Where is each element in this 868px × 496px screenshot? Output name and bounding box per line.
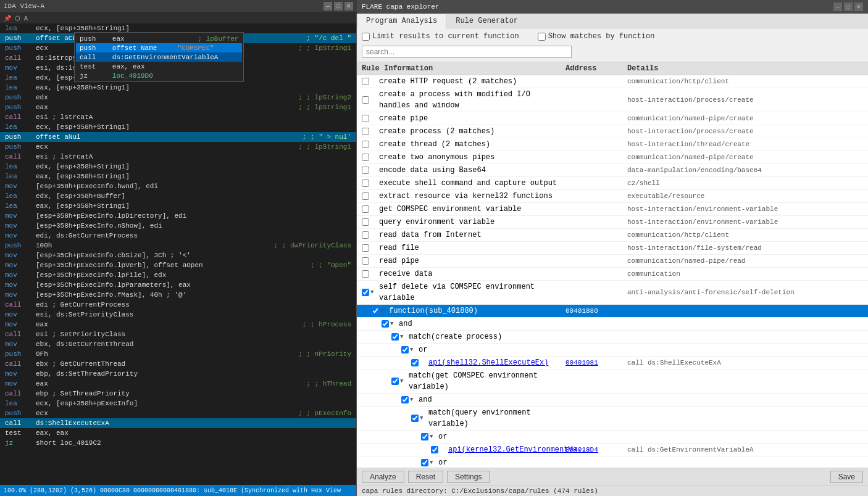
code-line: mov[esp+35Ch+pExecInfo.fMask], 40h ; '@'	[0, 290, 356, 300]
limit-results-checkbox[interactable]	[362, 33, 370, 41]
code-lines: leaecx, [esp+358h+String1]pushoffset aCD…	[0, 23, 356, 448]
rule-addr-col[interactable]: 004018D4	[565, 444, 627, 455]
rule-name-text: or	[438, 457, 447, 468]
code-line: movebx, ds:GetCurrentThread	[0, 339, 356, 349]
rule-name-text: and	[419, 394, 432, 405]
rule-name-text[interactable]: function(sub_401880)	[389, 305, 478, 316]
expand-arrow[interactable]: ▼	[400, 376, 407, 387]
expand-arrow[interactable]: ▼	[410, 344, 417, 355]
rule-name-col: create two anonymous pipes	[362, 152, 565, 163]
rule-addr-col[interactable]: 00401981	[565, 357, 627, 368]
capa-maximize-btn[interactable]: □	[844, 2, 853, 11]
rule-row: read data from Internetcommunication/htt…	[357, 229, 868, 242]
rule-checkbox[interactable]	[362, 192, 369, 200]
rule-checkbox[interactable]	[362, 154, 369, 161]
rule-detail-col: communication	[627, 268, 863, 279]
search-input[interactable]	[362, 46, 572, 58]
analyze-button[interactable]: Analyze	[362, 471, 404, 483]
rule-checkbox[interactable]	[362, 128, 369, 135]
rule-checkbox[interactable]	[411, 359, 419, 366]
code-line: mov[esp+35Ch+pExecInfo.cbSize], 3Ch ; '<…	[0, 250, 356, 260]
code-line: leaeax, [esp+358h+String1]	[0, 172, 356, 181]
rule-checkbox[interactable]	[362, 231, 369, 239]
rule-name-text: extract resource via kernel32 functions	[379, 191, 553, 202]
rule-checkbox[interactable]	[421, 433, 428, 440]
rule-checkbox[interactable]	[362, 180, 369, 187]
expand-arrow[interactable]: ▼	[420, 413, 427, 424]
tab-rule-generator[interactable]: Rule Generator	[446, 14, 527, 28]
rule-name-text: query environment variable	[379, 217, 495, 228]
rule-addr-col[interactable]: 00401880	[565, 305, 627, 316]
capa-close-btn[interactable]: ✕	[854, 2, 863, 11]
rule-checkbox[interactable]	[362, 115, 369, 122]
rule-checkbox[interactable]	[362, 167, 369, 174]
expand-arrow[interactable]: ▼	[390, 318, 398, 329]
rule-checkbox[interactable]	[362, 244, 369, 252]
code-line: leaedx, [esp+358h+String1]	[0, 162, 356, 172]
ida-close-btn[interactable]: ✕	[344, 2, 353, 10]
rule-name-text: match(query environment variable)	[428, 407, 565, 429]
rule-name-col: create process (2 matches)	[362, 126, 565, 137]
reset-button[interactable]: Reset	[408, 471, 443, 483]
rule-checkbox[interactable]	[431, 446, 438, 453]
rule-checkbox[interactable]	[362, 289, 369, 296]
save-button[interactable]: Save	[830, 471, 863, 483]
popup-box: push eax ; lpBuffer push offset Name "CO…	[74, 32, 244, 82]
rule-checkbox[interactable]	[362, 257, 369, 265]
rule-checkbox[interactable]	[362, 96, 369, 104]
rule-detail-col: data-manipulation/encoding/base64	[627, 165, 863, 176]
code-line: pushecx ; ; lpString1	[0, 142, 356, 152]
code-line: leaedx, [esp+358h+Buffer]	[0, 191, 356, 201]
rule-checkbox[interactable]	[362, 270, 369, 278]
rule-name-col: ▼and	[362, 394, 565, 405]
code-line: mov[esp+358h+pExecInfo.nShow], edi	[0, 221, 356, 231]
rule-name-text[interactable]: api(shell32.ShellExecuteEx)	[428, 357, 548, 368]
rule-name-text: receive data	[379, 268, 432, 279]
rule-detail-col: c2/shell	[627, 178, 863, 189]
settings-button[interactable]: Settings	[447, 471, 490, 483]
rule-row: create thread (2 matches)host-interactio…	[357, 138, 868, 151]
capa-toolbar: Limit results to current function Show m…	[357, 28, 868, 44]
ida-panel: push eax ; lpBuffer push offset Name "CO…	[0, 14, 357, 496]
rule-name-text: read data from Internet	[379, 229, 482, 241]
rule-name-text: create pipe	[379, 113, 428, 124]
rule-name-col: extract resource via kernel32 functions	[362, 191, 565, 202]
rule-checkbox[interactable]	[421, 459, 428, 466]
ida-minimize-btn[interactable]: ─	[323, 2, 332, 10]
rule-name-col: ▼or	[362, 344, 565, 355]
rule-row: ▼or	[357, 431, 868, 444]
tab-program-analysis[interactable]: Program Analysis	[357, 14, 446, 28]
code-line: callesi ; SetPriorityClass	[0, 329, 356, 339]
capa-tabs: Program Analysis Rule Generator	[357, 14, 868, 28]
rule-name-text: encode data using Base64	[379, 165, 486, 176]
rule-checkbox[interactable]	[372, 307, 379, 315]
expand-arrow[interactable]: ▼	[430, 457, 437, 468]
rule-checkbox[interactable]	[362, 78, 369, 85]
rule-checkbox[interactable]	[362, 205, 369, 213]
rule-checkbox[interactable]	[382, 320, 389, 328]
rule-row: ▼and	[357, 318, 868, 331]
limit-results-checkbox-label[interactable]: Limit results to current function	[362, 32, 519, 41]
expand-arrow[interactable]: ▼	[430, 431, 437, 442]
rule-name-col: get COMSPEC environment variable	[362, 204, 565, 215]
rule-checkbox[interactable]	[362, 141, 369, 148]
rule-checkbox[interactable]	[391, 378, 399, 385]
rule-name-col: create HTTP request (2 matches)	[362, 76, 565, 87]
capa-minimize-btn[interactable]: ─	[833, 2, 842, 11]
rule-checkbox[interactable]	[401, 346, 409, 353]
ida-maximize-btn[interactable]: □	[334, 2, 343, 10]
show-matches-checkbox[interactable]	[538, 33, 546, 41]
expand-arrow[interactable]: ▼	[400, 331, 407, 342]
rule-checkbox[interactable]	[401, 396, 409, 403]
rule-checkbox[interactable]	[411, 415, 419, 422]
code-line: pusheax ; ; lpString1	[0, 102, 356, 112]
rule-checkbox[interactable]	[391, 333, 399, 341]
code-line: mov[esp+35Ch+pExecInfo.lpFile], edx	[0, 270, 356, 280]
rule-name-col: execute shell command and capture output	[362, 178, 565, 189]
rule-checkbox[interactable]	[362, 218, 369, 226]
expand-arrow[interactable]: ▼	[380, 305, 388, 316]
show-matches-checkbox-label[interactable]: Show matches by function	[538, 32, 655, 41]
expand-arrow[interactable]: ▼	[370, 287, 378, 298]
code-line: callds:ShellExecuteExA	[0, 418, 356, 428]
expand-arrow[interactable]: ▼	[410, 394, 417, 405]
